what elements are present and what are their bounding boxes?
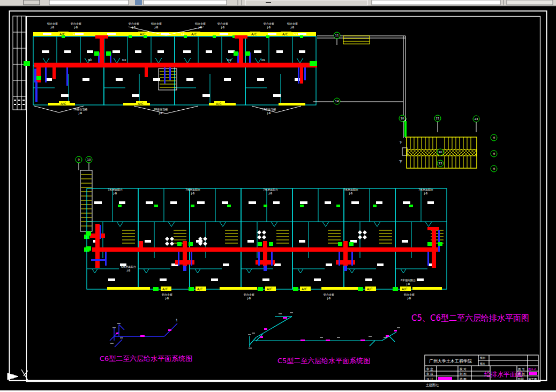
courtyard-outline: 下 下 xyxy=(310,36,407,163)
svg-text:图别: 图别 xyxy=(480,356,485,360)
drawing-canvas[interactable]: A/C 铝合金窗 J-B 7米层高阳台 J-B 6米层高阳台 J-B 1B座住宅… xyxy=(0,0,556,392)
svg-text:M2: M2 xyxy=(227,58,231,62)
svg-text:14: 14 xyxy=(335,100,339,103)
toolbar-field[interactable] xyxy=(49,0,129,5)
svg-text:比 例: 比 例 xyxy=(518,372,525,376)
svg-text:18: 18 xyxy=(401,117,404,120)
c5-system-diagram: C5型二至六层给水平面系统图 xyxy=(248,313,400,365)
svg-text:图4-2: 图4-2 xyxy=(528,367,536,371)
svg-text:下: 下 xyxy=(399,140,402,144)
svg-text:设 计: 设 计 xyxy=(426,378,433,381)
upper-stair xyxy=(159,69,177,90)
lower-building-plan xyxy=(86,188,447,300)
upper-water-main xyxy=(34,35,317,84)
organization-name: 广州大学土木工程学院 xyxy=(429,359,472,364)
svg-text:M1: M1 xyxy=(261,58,266,62)
toolbar-icon[interactable] xyxy=(135,0,142,5)
svg-text:C1: C1 xyxy=(181,32,185,35)
svg-text:10: 10 xyxy=(87,158,91,161)
svg-text:M2: M2 xyxy=(88,58,92,62)
drawing-name: 给排水平面图 xyxy=(484,371,523,378)
svg-text:20: 20 xyxy=(439,150,442,154)
upper-building-plan: M2 M2 M2 M1 C1 C1 C1 xyxy=(24,22,317,115)
c6-system-diagram: 1 C6型二至六层给水平面系统图 xyxy=(100,318,192,363)
svg-text:C1: C1 xyxy=(294,32,297,35)
svg-text:下: 下 xyxy=(399,160,402,163)
toolbar-field[interactable] xyxy=(372,0,500,5)
toolbar-field[interactable] xyxy=(507,0,553,5)
svg-text:H: H xyxy=(493,152,495,155)
title-block: 广州大学土木工程学院 图别 图名 审 定 审 核 设 计 校 对 制 图 描 图… xyxy=(425,355,538,387)
svg-text:1: 1 xyxy=(176,318,178,322)
left-stair-tower xyxy=(79,163,92,252)
sheet-note: 土建图七 xyxy=(425,383,439,387)
svg-text:校 对: 校 对 xyxy=(459,367,467,371)
c6-system-title: C6型二至六层给水平面系统图 xyxy=(100,355,192,363)
svg-text:11: 11 xyxy=(335,34,339,37)
plan-title: C5、C6型二至六层给排水平面图 xyxy=(411,313,529,323)
svg-text:图 号: 图 号 xyxy=(518,367,525,371)
svg-text:施工图: 施工图 xyxy=(528,378,537,381)
cad-application-window: A/C 铝合金窗 J-B 7米层高阳台 J-B 6米层高阳台 J-B 1B座住宅… xyxy=(0,0,556,392)
svg-text:C1: C1 xyxy=(73,32,77,35)
svg-text:审 定: 审 定 xyxy=(426,367,433,371)
svg-text:H: H xyxy=(493,167,495,170)
svg-text:制 图: 制 图 xyxy=(460,372,467,376)
svg-text:图名: 图名 xyxy=(480,362,485,366)
svg-text:9: 9 xyxy=(78,158,80,161)
toolbar-strip[interactable] xyxy=(0,0,556,6)
toolbar-panel[interactable] xyxy=(245,0,367,5)
ucs-icon xyxy=(7,370,28,380)
svg-text:描 图: 描 图 xyxy=(460,378,467,381)
c5-system-title: C5型二至六层给水平面系统图 xyxy=(277,357,370,365)
svg-text:21: 21 xyxy=(436,117,440,120)
svg-text:23: 23 xyxy=(439,162,442,165)
svg-text:H: H xyxy=(493,136,495,139)
toolbar-field[interactable] xyxy=(144,0,227,5)
svg-text:24: 24 xyxy=(475,117,478,120)
svg-text:M2: M2 xyxy=(122,58,126,62)
svg-text:阶段: 阶段 xyxy=(518,378,524,381)
svg-text:审 核: 审 核 xyxy=(426,372,433,375)
